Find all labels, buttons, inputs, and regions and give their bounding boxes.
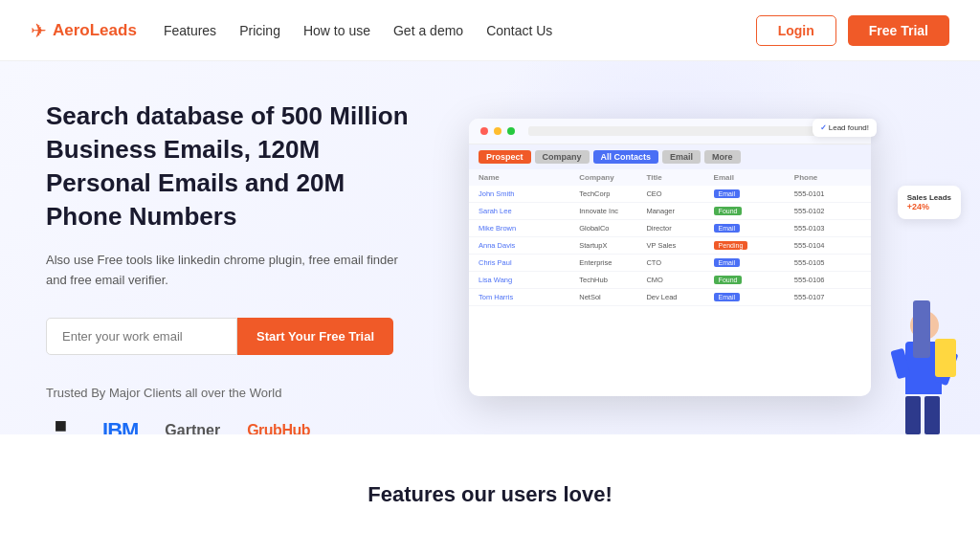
logo[interactable]: ✈ AeroLeads [31, 19, 137, 42]
accent-box [935, 339, 956, 377]
hero-title: Search database of 500 Million Business … [46, 100, 421, 233]
hero-cta-row: Start Your Free Trial [46, 318, 421, 355]
hero-content: Search database of 500 Million Business … [0, 61, 459, 434]
table-row: Lisa Wang TechHub CMO Found 555-0106 [469, 272, 871, 289]
nav-features[interactable]: Features [164, 23, 216, 38]
adobe-logo: ■ Adobe [46, 413, 76, 434]
table-row: Mike Brown GlobalCo Director Email 555-0… [469, 220, 871, 237]
dash-table-header: Name Company Title Email Phone [469, 169, 871, 186]
nav-pricing[interactable]: Pricing [239, 23, 280, 38]
dash-header [469, 119, 871, 144]
hero-subtitle: Also use Free tools like linkedin chrome… [46, 251, 410, 291]
trusted-label: Trusted By Major Clients all over the Wo… [46, 386, 421, 400]
start-trial-button[interactable]: Start Your Free Trial [237, 318, 393, 355]
nav-how-to-use[interactable]: How to use [303, 23, 370, 38]
nav-get-demo[interactable]: Get a demo [393, 23, 463, 38]
dash-table-body: John Smith TechCorp CEO Email 555-0101 S… [469, 186, 871, 306]
logo-icon: ✈ [31, 19, 47, 42]
gartner-logo: Gartner [165, 422, 220, 434]
features-title: Features our users love! [368, 482, 612, 507]
hero-visual: Prospect Company All Contacts Email More… [459, 61, 980, 434]
navbar: ✈ AeroLeads Features Pricing How to use … [0, 0, 980, 61]
filter-more[interactable]: More [704, 150, 741, 164]
filter-all-contacts[interactable]: All Contacts [593, 150, 659, 164]
nav-links: Features Pricing How to use Get a demo C… [164, 23, 756, 38]
ibm-logo: IBM [102, 418, 138, 434]
table-row: Tom Harris NetSol Dev Lead Email 555-010… [469, 289, 871, 306]
table-row: Sarah Lee Innovate Inc Manager Found 555… [469, 203, 871, 220]
grubhub-logo: GrubHub [247, 422, 310, 434]
dashboard-mockup: Prospect Company All Contacts Email More… [469, 119, 871, 396]
filter-email[interactable]: Email [662, 150, 701, 164]
hero-section: Search database of 500 Million Business … [0, 61, 980, 434]
email-input[interactable] [46, 318, 237, 355]
features-section: Features our users love! [0, 434, 980, 555]
free-trial-button[interactable]: Free Trial [848, 15, 949, 46]
table-row: Anna Davis StartupX VP Sales Pending 555… [469, 237, 871, 255]
dash-filter-row: Prospect Company All Contacts Email More [469, 144, 871, 169]
nav-contact[interactable]: Contact Us [486, 23, 552, 38]
login-button[interactable]: Login [756, 15, 836, 46]
client-logos: ■ Adobe IBM Gartner GrubHub [46, 413, 421, 434]
table-row: John Smith TechCorp CEO Email 555-0101 [469, 186, 871, 203]
table-row: Chris Paul Enterprise CTO Email 555-0105 [469, 255, 871, 272]
chat-bubble-1: ✓ Lead found! [813, 119, 877, 137]
logo-text: AeroLeads [53, 21, 137, 40]
nav-actions: Login Free Trial [756, 15, 949, 46]
accent-box-2 [913, 300, 930, 358]
filter-company[interactable]: Company [535, 150, 590, 164]
floating-card: Sales Leads +24% [898, 186, 961, 219]
filter-prospect[interactable]: Prospect [479, 150, 531, 164]
